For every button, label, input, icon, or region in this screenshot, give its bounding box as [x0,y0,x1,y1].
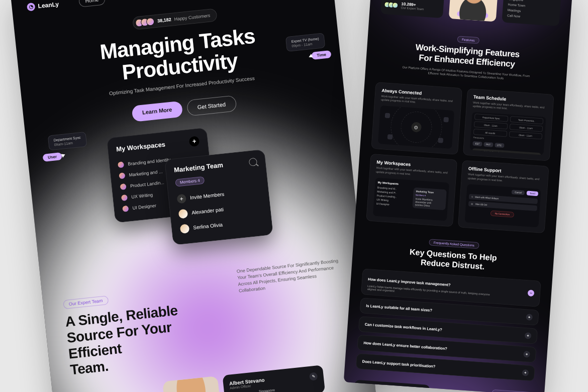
collapse-icon[interactable]: − [528,289,535,297]
expand-icon[interactable]: + [523,351,530,358]
team-photo [162,376,224,392]
artboard-features: ★ Trustpilot 4.9 ★★★★★ 3800+ 5 Stars 10.… [344,0,573,392]
customers-pill: 38,182 Happy Customers [132,8,217,30]
members-chip: Members 4 [175,176,205,186]
expert-section: Our Expert Team A Single, Reliable Sourc… [39,228,377,392]
feature-offline-support[interactable]: Offline Support Work together with your … [458,160,549,234]
faq-question: Is LeanLy suitable for all team sizes? [366,303,432,312]
send-button[interactable]: Send [527,191,538,197]
faq-section: Frequently Asked Questions Key Questions… [345,220,556,382]
artboard-hero: ◔ LeanLy Home Platform Solutions Solutio… [10,0,377,392]
edit-icon[interactable]: ✎ [309,372,318,381]
member-card[interactable]: Albert Stevano Admin Officer ✎ Home Town… [223,365,326,392]
orbit-graphic: ⚙ [378,106,454,149]
learn-more-button[interactable]: Learn More [132,101,183,122]
advisor-chip: Managing Tasks [457,11,488,18]
brand-name: LeanLy [38,1,59,10]
search-icon[interactable] [249,157,258,166]
feature-always-connected[interactable]: Always Connected Work together with your… [371,82,462,155]
faq-question: How does LeanLy ensure better collaborat… [363,340,447,351]
tz-button[interactable]: EST [472,141,482,146]
tz-button[interactable]: UTC [495,143,505,148]
add-workspace-button[interactable]: + [188,136,200,147]
faq-question: Can I customize task workflows in LeanLy… [365,322,443,332]
workspaces-mini: My Workspaces Branding and Id.. Marketin… [373,178,449,221]
advisor-info-card: Albert Stevano Singapore Home Town Meeti… [502,0,561,26]
offline-graphic: Cancel Send ⧉Meet with Albert Edison ▦Mo… [465,184,541,228]
float-tag-left: Department Sync 09am-11am [48,132,87,151]
workspaces-title: My Workspaces [116,141,166,153]
clients-chip: Our Customer Review [492,389,534,392]
expert-copy: One Dependable Source For Significantly … [236,257,344,295]
member-city: Singapore [259,388,275,392]
expert-chip: Our Expert Team [63,296,109,309]
faq-answer: LeanLy helps teams manage tasks efficien… [367,284,498,300]
team-card[interactable]: Marketing Team Members 4 +Invite Members… [164,149,273,245]
expand-icon[interactable]: + [525,332,532,339]
avatars-icon [386,2,399,9]
logo-mark-icon: ◔ [27,3,36,12]
get-started-button[interactable]: Get Started [186,95,237,116]
schedule-graphic: Department Sync Team Presentat.. 09am - … [470,112,546,155]
feature-my-workspaces[interactable]: My Workspaces Work together with your te… [366,154,457,227]
user-chip: User [43,152,62,162]
faq-chip: Frequently Asked Questions [429,239,479,249]
hero-title: Managing Tasks Productivity [31,18,326,93]
expand-icon[interactable]: + [526,314,533,321]
features-grid: Always Connected Work together with your… [355,76,565,234]
customers-label: Happy Customers [174,13,211,22]
customers-count: 38,182 [157,17,171,24]
features-title: Work-Simplifying Features For Enhanced E… [366,39,568,74]
brand-logo[interactable]: ◔ LeanLy [27,0,59,11]
expand-icon[interactable]: + [522,369,529,376]
faq-question: Does LeanLy support task prioritisation? [362,359,435,368]
advisor-meta: Call Now [507,14,554,21]
tz-button[interactable]: PKT [483,142,493,147]
mini-team-panel: Marketing Team Members 4 Invite Members … [412,187,447,211]
features-chip: Features [457,36,479,44]
cancel-button[interactable]: Cancel [512,190,525,195]
feature-team-schedule[interactable]: Team Schedule Work together with your te… [463,88,554,161]
team-title: Marketing Team [173,161,223,174]
gear-icon: ⚙ [411,122,421,133]
no-connection-badge: No Connection [490,211,514,218]
avatars-icon [135,17,155,27]
workspace-cards: My Workspaces + Branding and Identity Ma… [107,121,278,253]
expert-heading: A Single, Reliable Source For Your Effic… [64,300,211,378]
hero-section: 38,182 Happy Customers Managing Tasks Pr… [13,0,345,133]
